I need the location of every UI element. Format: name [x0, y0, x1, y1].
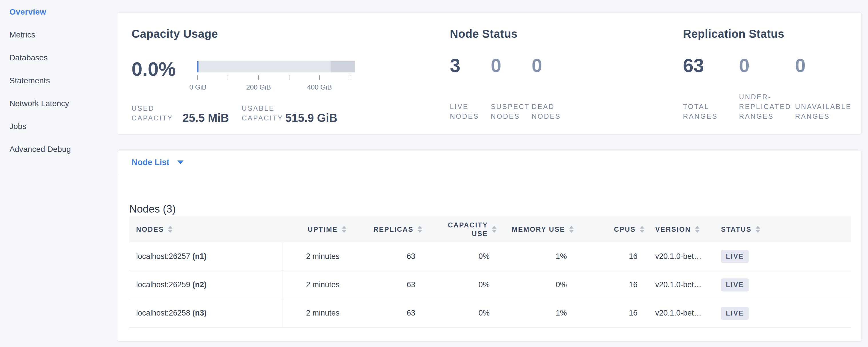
uptime-cell: 2 minutes — [283, 299, 350, 327]
sidebar-item-overview[interactable]: Overview — [9, 6, 46, 18]
sidebar: Overview Metrics Databases Statements Ne… — [0, 0, 117, 347]
column-label: Replicas — [373, 225, 413, 234]
sidebar-item-jobs[interactable]: Jobs — [9, 121, 26, 132]
capacity-bar-chart — [197, 61, 354, 72]
unavailable-ranges-value: 0 — [795, 56, 851, 75]
sort-icon — [342, 226, 346, 233]
node-address-cell: localhost:26259 (n2) — [129, 271, 283, 299]
chevron-down-icon — [177, 160, 184, 164]
capacity-usage-section: Capacity Usage 0.0% 0 GiB 200 GiB 400 Gi… — [131, 12, 446, 134]
sort-icon — [640, 226, 644, 233]
sort-icon — [755, 226, 760, 233]
total-ranges-stat: 63 Total Ranges — [683, 56, 739, 121]
table-row-node-3: localhost:26258 (n3) 2 minutes 63 0% 1% … — [129, 299, 851, 327]
capacity-used-percent: 0.0% — [131, 58, 176, 80]
column-label: CPUs — [614, 225, 636, 234]
column-header-nodes[interactable]: Nodes — [129, 216, 283, 242]
usable-capacity-value: 515.9 GiB — [285, 112, 337, 124]
axis-tick — [289, 75, 289, 80]
live-nodes-label: Live Nodes — [450, 102, 484, 121]
memory-use-cell: 0% — [500, 271, 578, 299]
capacity-use-cell: 0% — [426, 299, 500, 327]
axis-tick — [350, 75, 350, 80]
node-list-dropdown-label: Node List — [131, 158, 169, 167]
uptime-cell: 2 minutes — [283, 271, 350, 299]
version-cell: v20.1.0-bet… — [648, 242, 714, 271]
cpus-cell: 16 — [578, 242, 648, 271]
axis-label-0: 0 GiB — [189, 83, 207, 91]
capacity-use-cell: 0% — [426, 242, 500, 271]
status-cell: LIVE — [714, 271, 851, 299]
nodes-table-header: Nodes Uptime Replicas Capacity Use Memor… — [129, 216, 851, 242]
total-ranges-label: Total Ranges — [683, 102, 720, 121]
sidebar-item-databases[interactable]: Databases — [9, 52, 48, 64]
sidebar-item-advanced-debug[interactable]: Advanced Debug — [9, 144, 71, 155]
column-header-uptime[interactable]: Uptime — [283, 216, 350, 242]
node-address: localhost:26259 — [136, 280, 190, 289]
suspect-nodes-value: 0 — [491, 56, 532, 75]
memory-use-cell: 1% — [500, 299, 578, 327]
dead-nodes-value: 0 — [532, 56, 572, 75]
status-cell: LIVE — [714, 242, 851, 271]
column-header-replicas[interactable]: Replicas — [350, 216, 426, 242]
under-replicated-ranges-label: Under-Replicated Ranges — [739, 92, 796, 121]
under-replicated-ranges-stat: 0 Under-Replicated Ranges — [739, 56, 795, 121]
column-label: Nodes — [136, 225, 164, 234]
replication-stats: 63 Total Ranges 0 Under-Replicated Range… — [683, 56, 851, 121]
replication-status-section: Replication Status 63 Total Ranges 0 Und… — [683, 12, 860, 134]
axis-tick — [319, 75, 320, 80]
nodes-table: Nodes Uptime Replicas Capacity Use Memor… — [129, 216, 851, 327]
sidebar-item-network-latency[interactable]: Network Latency — [9, 98, 69, 109]
node-list-dropdown[interactable]: Node List — [131, 151, 184, 174]
live-nodes-stat: 3 Live Nodes — [450, 56, 491, 121]
column-header-capacity-use[interactable]: Capacity Use — [426, 216, 500, 242]
node-status-title: Node Status — [450, 28, 518, 40]
node-name: (n2) — [192, 280, 207, 289]
under-replicated-ranges-value: 0 — [739, 56, 795, 75]
sidebar-item-statements[interactable]: Statements — [9, 75, 50, 86]
node-list-card-header: Node List — [117, 151, 861, 174]
table-row-node-1: localhost:26257 (n1) 2 minutes 63 0% 1% … — [129, 242, 851, 271]
table-row-node-2: localhost:26259 (n2) 2 minutes 63 0% 0% … — [129, 271, 851, 299]
axis-label-200: 200 GiB — [246, 83, 271, 91]
axis-tick — [258, 75, 259, 80]
node-name: (n1) — [192, 252, 207, 261]
nodes-table-title: Nodes (3) — [129, 203, 176, 215]
cpus-cell: 16 — [578, 271, 648, 299]
replicas-cell: 63 — [350, 242, 426, 271]
unavailable-ranges-stat: 0 Unavailable Ranges — [795, 56, 851, 121]
sort-icon — [417, 226, 422, 233]
sort-icon — [168, 226, 173, 233]
column-label: Memory Use — [512, 225, 565, 234]
capacity-use-cell: 0% — [426, 271, 500, 299]
replication-status-title: Replication Status — [683, 28, 784, 40]
status-badge: LIVE — [721, 307, 749, 320]
capacity-bar-tail-segment — [331, 61, 354, 72]
column-header-status[interactable]: Status — [714, 216, 851, 242]
capacity-metrics: Used Capacity 25.5 MiB Usable Capacity 5… — [131, 103, 338, 123]
node-status-section: Node Status 3 Live Nodes 0 Suspect Nodes… — [450, 12, 679, 134]
column-header-memory-use[interactable]: Memory Use — [500, 216, 578, 242]
cpus-cell: 16 — [578, 299, 648, 327]
unavailable-ranges-label: Unavailable Ranges — [795, 102, 852, 121]
node-address-cell: localhost:26258 (n3) — [129, 299, 283, 327]
column-label: Status — [721, 225, 752, 234]
sidebar-item-metrics[interactable]: Metrics — [9, 29, 35, 41]
overview-page: Overview Metrics Databases Statements Ne… — [0, 0, 868, 347]
capacity-usage-title: Capacity Usage — [131, 28, 218, 40]
cluster-summary-card: Capacity Usage 0.0% 0 GiB 200 GiB 400 Gi… — [117, 12, 862, 134]
used-capacity-label: Used Capacity — [131, 103, 183, 123]
node-name: (n3) — [192, 309, 207, 317]
node-address: localhost:26258 — [136, 309, 190, 317]
total-ranges-value: 63 — [683, 56, 739, 75]
column-header-cpus[interactable]: CPUs — [578, 216, 648, 242]
live-nodes-value: 3 — [450, 56, 491, 75]
dead-nodes-label: Dead Nodes — [532, 102, 566, 121]
uptime-cell: 2 minutes — [283, 242, 350, 271]
axis-tick — [228, 75, 228, 80]
node-address: localhost:26257 — [136, 252, 190, 261]
column-header-version[interactable]: Version — [648, 216, 714, 242]
column-label: Version — [655, 225, 691, 234]
axis-label-400: 400 GiB — [307, 83, 332, 91]
node-address-cell: localhost:26257 (n1) — [129, 242, 283, 271]
